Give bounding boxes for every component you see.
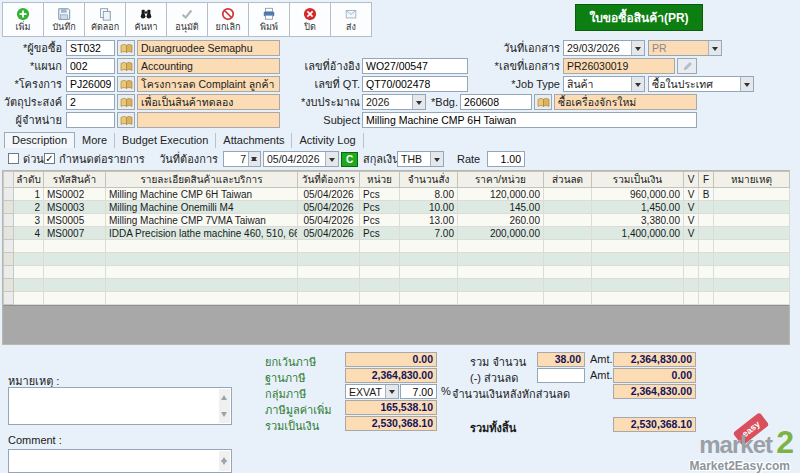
col-f[interactable]: F bbox=[699, 172, 714, 188]
table-row[interactable] bbox=[4, 240, 790, 253]
col-qty[interactable]: จำนวนสั่ง bbox=[400, 172, 458, 188]
col-date[interactable]: วันที่ต้องการ bbox=[298, 172, 360, 188]
tab-budget-execution[interactable]: Budget Execution bbox=[115, 133, 216, 148]
table-row[interactable]: 2 MS0003 Milling Machine Onemilli M4 05/… bbox=[4, 201, 790, 214]
chevron-down-icon[interactable] bbox=[708, 41, 721, 55]
need-days-stepper[interactable]: 7 bbox=[223, 151, 261, 167]
approve-button[interactable]: อนุมัติ bbox=[166, 2, 208, 37]
calendar-c-button[interactable]: C bbox=[341, 152, 358, 167]
chevron-down-icon[interactable] bbox=[325, 152, 338, 166]
vendor-code-input[interactable] bbox=[66, 112, 115, 128]
chevron-down-icon[interactable] bbox=[412, 95, 425, 109]
bdg-code-input[interactable] bbox=[460, 94, 532, 110]
need-date-select[interactable]: 05/04/2026 bbox=[263, 151, 339, 167]
table-row[interactable] bbox=[4, 292, 790, 305]
project-lookup-button[interactable] bbox=[117, 76, 135, 92]
per-line-checkbox[interactable]: ✓ bbox=[44, 153, 55, 164]
purpose-code-input[interactable] bbox=[66, 94, 115, 110]
doc-no-edit-button[interactable] bbox=[677, 58, 697, 74]
tab-description[interactable]: Description bbox=[4, 132, 75, 148]
col-v[interactable]: V bbox=[684, 172, 699, 188]
cell-date: 05/04/2026 bbox=[298, 188, 360, 201]
table-row[interactable] bbox=[4, 253, 790, 266]
reference-no-input[interactable] bbox=[362, 58, 468, 74]
col-discount[interactable]: ส่วนลด bbox=[544, 172, 592, 188]
table-row[interactable]: 3 MS0005 Milling Machine CMP 7VMA Taiwan… bbox=[4, 214, 790, 227]
chevron-down-icon[interactable] bbox=[631, 41, 644, 55]
tax-rate-input[interactable] bbox=[400, 384, 437, 399]
row-selector[interactable] bbox=[4, 214, 14, 227]
row-selector[interactable] bbox=[4, 266, 14, 279]
bdg-lookup-button[interactable] bbox=[534, 94, 552, 110]
col-unit[interactable]: หน่วย bbox=[360, 172, 400, 188]
close-button[interactable]: ปิด bbox=[289, 2, 331, 37]
print-button[interactable]: พิมพ์ bbox=[248, 2, 290, 37]
col-price[interactable]: ราคา/หน่วย bbox=[458, 172, 544, 188]
doc-type-select[interactable]: PR bbox=[648, 40, 722, 56]
doc-no-label: *เลขที่เอกสาร bbox=[482, 58, 560, 74]
row-selector[interactable] bbox=[4, 240, 14, 253]
scrollbar[interactable] bbox=[219, 451, 230, 471]
chevron-down-icon[interactable] bbox=[385, 385, 398, 398]
col-amount[interactable]: รวมเป็นเงิน bbox=[592, 172, 684, 188]
send-button[interactable]: ส่ง bbox=[330, 2, 372, 37]
project-code-input[interactable] bbox=[66, 76, 115, 92]
doc-date-select[interactable]: 29/03/2026 bbox=[563, 40, 645, 56]
need-days-value: 7 bbox=[224, 152, 248, 166]
tab-attachments[interactable]: Attachments bbox=[216, 133, 292, 148]
row-selector[interactable] bbox=[4, 253, 14, 266]
budget-year-select[interactable]: 2026 bbox=[362, 94, 426, 110]
cell-no bbox=[14, 292, 44, 305]
subject-input[interactable] bbox=[362, 112, 697, 128]
cell-unit bbox=[360, 266, 400, 279]
cell-remark bbox=[714, 292, 790, 305]
cell-discount bbox=[544, 253, 592, 266]
cell-qty bbox=[400, 253, 458, 266]
purchase-domain-select[interactable]: ซื้อในประเทศ bbox=[648, 76, 754, 92]
remark-textarea[interactable] bbox=[9, 388, 231, 424]
qt-no-input[interactable] bbox=[362, 76, 468, 92]
vendor-lookup-button[interactable] bbox=[117, 112, 135, 128]
row-selector[interactable] bbox=[4, 292, 14, 305]
stepper-arrows-icon[interactable] bbox=[248, 152, 260, 166]
document-type-banner[interactable]: ใบขอซื้อสินค้า(PR) bbox=[575, 4, 703, 31]
table-row[interactable] bbox=[4, 266, 790, 279]
table-row[interactable]: 1 MS0002 Milling Machine CMP 6H Taiwan 0… bbox=[4, 188, 790, 201]
row-selector[interactable] bbox=[4, 279, 14, 292]
col-code[interactable]: รหัสสินค้า bbox=[44, 172, 106, 188]
add-button[interactable]: เพิ่ม bbox=[2, 2, 44, 37]
row-selector[interactable] bbox=[4, 188, 14, 201]
purpose-lookup-button[interactable] bbox=[117, 94, 135, 110]
col-remark[interactable]: หมายเหตุ bbox=[714, 172, 790, 188]
find-icon bbox=[139, 7, 153, 21]
find-button[interactable]: ค้นหา bbox=[125, 2, 167, 37]
chevron-down-icon[interactable] bbox=[430, 152, 443, 166]
discount-input[interactable] bbox=[537, 368, 585, 383]
cancel-button[interactable]: ยกเลิก bbox=[207, 2, 249, 37]
comment-textarea[interactable] bbox=[9, 450, 231, 472]
col-no[interactable]: ลำดับ bbox=[14, 172, 44, 188]
table-row[interactable]: 4 MS0007 IDDA Precision lathe machine 46… bbox=[4, 227, 790, 240]
job-type-select[interactable]: สินค้า bbox=[563, 76, 645, 92]
scrollbar[interactable] bbox=[219, 389, 230, 423]
tax-group-select[interactable]: EXVAT bbox=[345, 384, 399, 399]
row-selector[interactable] bbox=[4, 227, 14, 240]
table-row[interactable] bbox=[4, 279, 790, 292]
chevron-down-icon[interactable] bbox=[740, 77, 753, 91]
currency-select[interactable]: THB bbox=[397, 151, 444, 167]
save-button[interactable]: บันทึก bbox=[43, 2, 85, 37]
cell-amount bbox=[592, 292, 684, 305]
requester-code-input[interactable] bbox=[66, 40, 115, 56]
rate-input[interactable] bbox=[487, 151, 525, 167]
tab-more[interactable]: More bbox=[75, 133, 115, 148]
cell-v bbox=[684, 253, 699, 266]
urgent-checkbox[interactable] bbox=[8, 153, 19, 164]
department-lookup-button[interactable] bbox=[117, 58, 135, 74]
requester-lookup-button[interactable] bbox=[117, 40, 135, 56]
tab-activity-log[interactable]: Activity Log bbox=[292, 133, 363, 148]
copy-button[interactable]: คัดลอก bbox=[84, 2, 126, 37]
col-description[interactable]: รายละเอียดสินค้าและบริการ bbox=[106, 172, 298, 188]
chevron-down-icon[interactable] bbox=[631, 77, 644, 91]
department-code-input[interactable] bbox=[66, 58, 115, 74]
row-selector[interactable] bbox=[4, 201, 14, 214]
